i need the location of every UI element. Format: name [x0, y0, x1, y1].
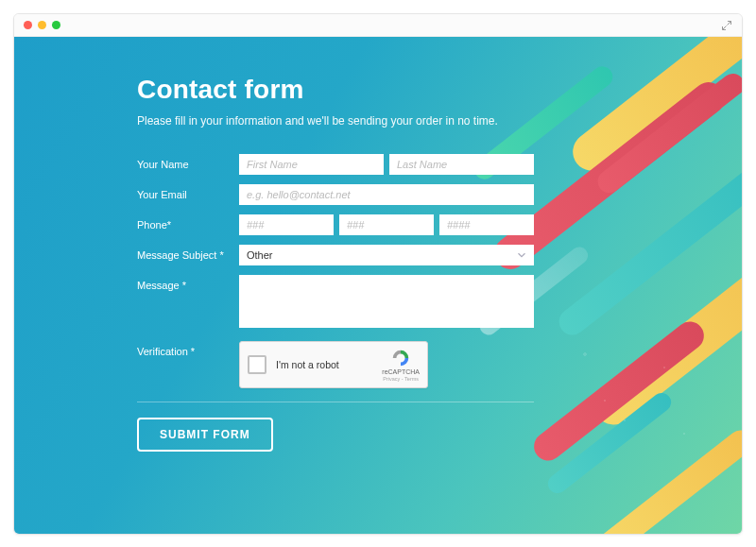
- fullscreen-icon[interactable]: [721, 20, 732, 31]
- phone-prefix-input[interactable]: [339, 214, 434, 235]
- last-name-input[interactable]: [389, 154, 534, 175]
- name-label: Your Name: [137, 154, 239, 170]
- phone-area-input[interactable]: [239, 214, 334, 235]
- submit-button[interactable]: SUBMIT FORM: [137, 418, 273, 452]
- recaptcha-logo-icon: reCAPTCHA Privacy - Terms: [382, 348, 420, 382]
- contact-form: Your Name Your Email Phone*: [137, 154, 534, 452]
- verification-label: Verification *: [137, 341, 239, 357]
- first-name-input[interactable]: [239, 154, 384, 175]
- page-title: Contact form: [137, 75, 534, 105]
- recaptcha-widget[interactable]: I'm not a robot reCAPTCHA Privacy - Term…: [239, 341, 428, 388]
- subject-label: Message Subject *: [137, 245, 239, 261]
- close-icon[interactable]: [24, 21, 32, 29]
- recaptcha-text: I'm not a robot: [276, 359, 372, 370]
- browser-window: Contact form Please fill in your informa…: [13, 13, 743, 535]
- message-textarea[interactable]: [239, 275, 534, 328]
- email-input[interactable]: [239, 184, 534, 205]
- page-body: Contact form Please fill in your informa…: [14, 37, 742, 535]
- divider: [137, 402, 534, 402]
- minimize-icon[interactable]: [38, 21, 46, 29]
- window-traffic-lights: [24, 21, 60, 29]
- subject-select[interactable]: Other: [239, 245, 534, 265]
- message-label: Message *: [137, 275, 239, 291]
- email-label: Your Email: [137, 184, 239, 200]
- browser-titlebar: [14, 14, 742, 37]
- page-subtitle: Please fill in your information and we'l…: [137, 114, 534, 128]
- phone-label: Phone*: [137, 214, 239, 231]
- maximize-icon[interactable]: [52, 21, 60, 29]
- recaptcha-checkbox[interactable]: [248, 355, 266, 374]
- phone-line-input[interactable]: [439, 214, 534, 235]
